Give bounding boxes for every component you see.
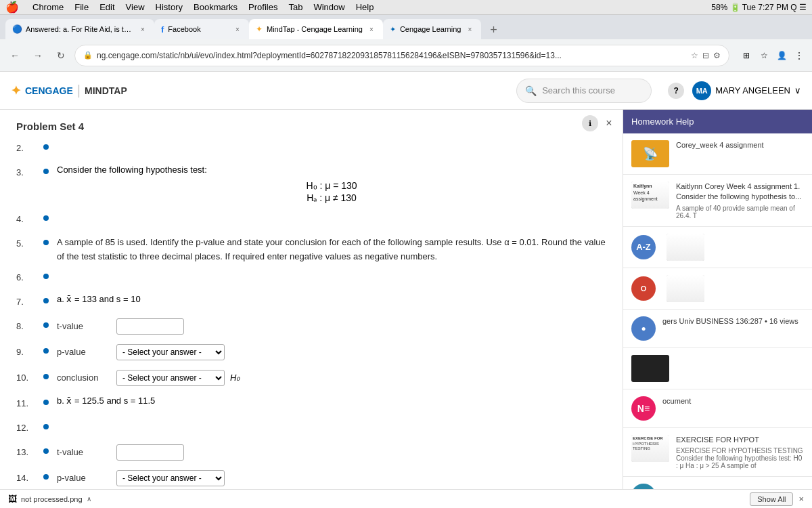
row-num-5: 5. <box>16 236 43 249</box>
menu-profiles[interactable]: Profiles <box>248 2 277 12</box>
help-button[interactable]: ? <box>668 83 684 99</box>
tab-close-answered[interactable]: × <box>138 24 148 34</box>
t-value-row-b: t-value <box>57 444 606 461</box>
tab-facebook[interactable]: f Facebook × <box>154 19 249 39</box>
info-button[interactable]: ℹ <box>582 115 598 131</box>
problem-row-4: 4. <box>16 211 606 230</box>
apple-menu[interactable]: 🍎 <box>5 1 19 14</box>
problem-row-9: 9. p-value - Select your answer - <box>16 344 606 364</box>
panel-item-office[interactable]: O <box>623 268 812 310</box>
panel-item-business[interactable]: ● gers Univ BUSINESS 136:287 • 16 views <box>623 310 812 348</box>
menu-view[interactable]: View <box>126 2 145 12</box>
part-b-label: b. x̄ = 125.5 and s = 11.5 <box>57 396 155 406</box>
row-num-9: 9. <box>16 344 43 357</box>
back-button[interactable]: ← <box>5 46 24 65</box>
dot-11 <box>43 400 49 405</box>
row-num-4: 4. <box>16 211 43 224</box>
t-value-input-a[interactable] <box>116 318 184 335</box>
download-chevron[interactable]: ∧ <box>87 495 91 503</box>
notion-icon: N≡ <box>631 396 656 421</box>
t-value-row-a: t-value <box>57 318 606 335</box>
panel-item-corey[interactable]: 📡 Corey_week 4 assignment <box>623 133 812 175</box>
ext-icon-star[interactable]: ☆ <box>757 48 771 63</box>
panel-title-notion: ocument <box>662 396 804 406</box>
menu-edit[interactable]: Edit <box>99 2 114 12</box>
menu-history[interactable]: History <box>156 2 183 12</box>
dot-5 <box>43 240 49 245</box>
panel-item-dark[interactable] <box>623 348 812 389</box>
show-all-button[interactable]: Show All <box>750 492 793 506</box>
row-dot-14 <box>43 470 57 480</box>
panel-item-exercise[interactable]: EXERCISE FOR HYPOTHESIS TESTING EXERCISE… <box>623 428 812 477</box>
row-dot-3 <box>43 165 57 174</box>
row-dot-12 <box>43 420 57 429</box>
url-bar[interactable]: 🔒 ng.cengage.com/static/nb/ui/evo/index.… <box>74 45 729 66</box>
url-text: ng.cengage.com/static/nb/ui/evo/index.ht… <box>97 51 687 60</box>
refresh-button[interactable]: ↻ <box>51 46 70 65</box>
tab-close-cengage[interactable]: × <box>465 24 474 34</box>
business-icon: ● <box>631 316 656 341</box>
tab-favicon-answered: 🔵 <box>12 24 22 34</box>
extension-icons: ⊞ ☆ 👤 ⋮ <box>739 48 807 63</box>
user-menu[interactable]: MA MARY ANGELEEN ∨ <box>692 81 801 100</box>
tab-cengage[interactable]: ✦ Cengage Learning × <box>383 19 482 39</box>
ext-icon-menu[interactable]: ⋮ <box>792 48 807 63</box>
search-icon: 🔍 <box>525 85 537 96</box>
menu-tab[interactable]: Tab <box>288 2 302 12</box>
row-dot-9 <box>43 344 57 354</box>
row-content-3: Consider the following hypothesis test: … <box>57 165 606 206</box>
row-dot-13 <box>43 444 57 454</box>
row-dot-4 <box>43 211 57 221</box>
problem-row-5: 5. A sample of 85 is used. Identify the … <box>16 236 606 264</box>
read-mode-icon[interactable]: ⊟ <box>702 51 709 60</box>
panel-title-corey: Corey_week 4 assignment <box>676 140 804 150</box>
close-button[interactable]: × <box>601 115 617 131</box>
panel-item-text-notion: ocument <box>662 396 804 406</box>
tab-mindtap[interactable]: ✦ MindTap - Cengage Learning × <box>249 19 383 39</box>
dot-14 <box>43 474 49 480</box>
problem-row-8: 8. t-value <box>16 318 606 339</box>
problem-row-2: 2. <box>16 140 606 159</box>
row-dot-8 <box>43 318 57 328</box>
conclusion-row-a: conclusion - Select your answer - H₀ <box>57 370 606 386</box>
panel-item-az[interactable]: A-Z <box>623 227 812 268</box>
user-name: MARY ANGELEEN <box>715 85 790 96</box>
tab-close-facebook[interactable]: × <box>233 24 242 34</box>
bookmark-icon[interactable]: ☆ <box>691 51 698 60</box>
panel-item-wave[interactable]: 〜 <box>623 477 812 489</box>
problem-row-6: 6. <box>16 270 606 289</box>
p-value-select-b[interactable]: - Select your answer - <box>116 470 225 486</box>
row-dot-6 <box>43 270 57 279</box>
row-num-7: 7. <box>16 294 43 307</box>
menu-bookmarks[interactable]: Bookmarks <box>194 2 238 12</box>
panel-item-notion[interactable]: N≡ ocument <box>623 389 812 428</box>
settings-icon[interactable]: ⚙ <box>713 51 721 60</box>
search-bar[interactable]: 🔍 Search this course <box>516 79 652 103</box>
menu-file[interactable]: File <box>74 2 89 12</box>
cengage-logo: ✦ CENGAGE | MINDTAP <box>11 83 127 98</box>
bottom-close-button[interactable]: × <box>798 494 804 504</box>
t-value-input-b[interactable] <box>116 444 184 461</box>
forward-button[interactable]: → <box>28 46 47 65</box>
ext-icon-profile[interactable]: 👤 <box>774 48 789 63</box>
menu-chrome[interactable]: Chrome <box>32 2 64 12</box>
conclusion-select-a[interactable]: - Select your answer - <box>116 370 225 386</box>
ext-icon-1[interactable]: ⊞ <box>739 48 754 63</box>
p-value-select-a[interactable]: - Select your answer - <box>116 344 225 360</box>
panel-item-text-exercise: EXERCISE FOR HYPOT EXERCISE FOR HYPOTHES… <box>676 435 804 469</box>
search-placeholder: Search this course <box>542 85 615 96</box>
tab-answered[interactable]: 🔵 Answered: a. For Rite Aid, is th... × <box>5 19 154 39</box>
p-value-label-b: p-value <box>57 473 111 483</box>
menu-help[interactable]: Help <box>356 2 374 12</box>
panel-item-kaitlynn[interactable]: Kaitlynn Week 4 assignment Kaitlynn Core… <box>623 175 812 227</box>
tab-close-mindtap[interactable]: × <box>367 24 376 34</box>
new-tab-button[interactable]: + <box>484 20 503 39</box>
p-value-row-b: p-value - Select your answer - <box>57 470 606 486</box>
menu-window[interactable]: Window <box>313 2 344 12</box>
row-num-14: 14. <box>16 470 43 483</box>
az-icon: A-Z <box>631 235 656 259</box>
row-content-7: a. x̄ = 133 and s = 10 <box>57 294 606 304</box>
problem-row-7: 7. a. x̄ = 133 and s = 10 <box>16 294 606 313</box>
row-num-11: 11. <box>16 396 43 408</box>
row-num-10: 10. <box>16 370 43 383</box>
